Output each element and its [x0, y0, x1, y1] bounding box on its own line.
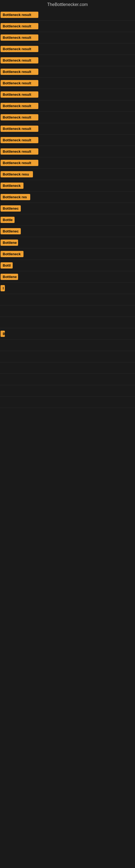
list-item: Bottlenec [0, 203, 135, 214]
bottleneck-result-badge[interactable]: Bottlene [1, 274, 18, 280]
list-item: Bottlenec [0, 226, 135, 237]
list-item: Bottleneck result [0, 78, 135, 89]
list-item: Bottleneck result [0, 100, 135, 112]
bottleneck-result-badge[interactable]: Bottleneck result [1, 12, 38, 18]
list-item: Bottleneck result [0, 157, 135, 169]
bottleneck-result-badge[interactable]: Bottleneck result [1, 69, 38, 75]
list-item: Bottleneck result [0, 146, 135, 157]
list-item [0, 374, 135, 385]
bottleneck-result-badge[interactable]: Bottleneck result [1, 148, 38, 155]
bottleneck-result-badge[interactable]: Bottleneck result [1, 46, 38, 52]
bottleneck-result-badge[interactable]: Bottleneck [1, 251, 24, 257]
bottleneck-result-badge[interactable]: Bottleneck res [1, 194, 30, 200]
list-item: Bottle [0, 214, 135, 226]
bottleneck-result-badge[interactable]: Bottle [1, 217, 14, 223]
list-item: Bottleneck result [0, 43, 135, 55]
list-item: Bottleneck result [0, 21, 135, 32]
results-list: Bottleneck resultBottleneck resultBottle… [0, 9, 135, 408]
list-item [0, 305, 135, 317]
bottleneck-result-badge[interactable]: Bottleneck result [1, 137, 38, 143]
list-item: Bottleneck [0, 248, 135, 260]
list-item: Bottleneck result [0, 134, 135, 146]
list-item [0, 362, 135, 374]
list-item: Bottleneck result [0, 89, 135, 100]
list-item: Bottleneck result [0, 9, 135, 21]
bottleneck-result-badge[interactable]: Bottleneck result [1, 34, 38, 41]
site-header: TheBottlenecker.com [0, 0, 135, 9]
bottleneck-result-badge[interactable]: Bottleneck resu [1, 171, 33, 177]
list-item: Bottleneck result [0, 112, 135, 123]
list-item [0, 351, 135, 362]
bottleneck-result-badge[interactable]: I [1, 285, 5, 291]
list-item: Bottleneck resu [0, 169, 135, 180]
bottleneck-result-badge[interactable]: B [1, 331, 5, 337]
bottleneck-result-badge[interactable]: Bottleneck result [1, 103, 38, 109]
list-item: Bottleneck result [0, 32, 135, 43]
list-item [0, 340, 135, 351]
bottleneck-result-badge[interactable]: Bottleneck result [1, 160, 38, 166]
bottleneck-result-badge[interactable]: Bottlene [1, 240, 18, 246]
bottleneck-result-badge[interactable]: Bottleneck result [1, 126, 38, 132]
list-item: Bottleneck result [0, 66, 135, 78]
bottleneck-result-badge[interactable]: Bottlenec [1, 205, 21, 212]
bottleneck-result-badge[interactable]: Bottleneck result [1, 91, 38, 98]
list-item: I [0, 283, 135, 294]
list-item: Bottlene [0, 271, 135, 283]
bottleneck-result-badge[interactable]: Bottleneck result [1, 23, 38, 29]
list-item: Bottlene [0, 237, 135, 248]
list-item: B [0, 328, 135, 340]
site-title: TheBottlenecker.com [47, 2, 88, 7]
list-item: Bottleneck result [0, 123, 135, 134]
bottleneck-result-badge[interactable]: Bottleneck result [1, 80, 38, 86]
list-item [0, 385, 135, 397]
bottleneck-result-badge[interactable]: Bottleneck result [1, 114, 38, 120]
bottleneck-result-badge[interactable]: Bottl [1, 262, 13, 269]
list-item: Bottl [0, 260, 135, 271]
list-item [0, 317, 135, 328]
list-item: Bottleneck [0, 180, 135, 191]
list-item [0, 294, 135, 305]
list-item: Bottleneck res [0, 191, 135, 203]
bottleneck-result-badge[interactable]: Bottleneck result [1, 57, 38, 63]
list-item: Bottleneck result [0, 55, 135, 66]
bottleneck-result-badge[interactable]: Bottleneck [1, 183, 24, 189]
bottleneck-result-badge[interactable]: Bottlenec [1, 228, 21, 235]
list-item [0, 397, 135, 408]
